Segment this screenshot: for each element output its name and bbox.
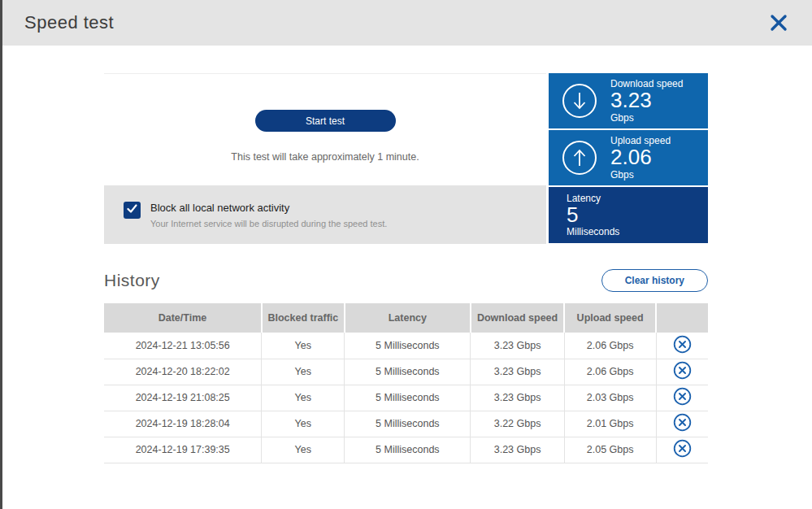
download-speed-unit: Gbps bbox=[610, 112, 683, 124]
download-speed-panel: Download speed 3.23 Gbps bbox=[549, 73, 708, 128]
cell-blocked: Yes bbox=[262, 385, 345, 411]
delete-x-icon bbox=[673, 448, 692, 460]
cell-upload: 2.01 Gbps bbox=[564, 411, 656, 437]
test-duration-note: This test will take approximately 1 minu… bbox=[231, 151, 419, 163]
cell-download: 3.23 Gbps bbox=[471, 437, 564, 463]
delete-entry-button[interactable] bbox=[673, 335, 692, 354]
latency-value: 5 bbox=[567, 204, 578, 226]
cell-datetime: 2024-12-21 13:05:56 bbox=[104, 333, 262, 359]
cell-datetime: 2024-12-20 18:22:02 bbox=[104, 359, 262, 385]
clear-history-button[interactable]: Clear history bbox=[601, 269, 708, 292]
download-speed-value: 3.23 bbox=[610, 89, 683, 111]
cell-blocked: Yes bbox=[262, 411, 345, 437]
delete-x-icon bbox=[673, 370, 692, 382]
cell-blocked: Yes bbox=[262, 333, 345, 359]
col-actions bbox=[656, 303, 708, 333]
delete-x-icon bbox=[673, 396, 692, 408]
cell-datetime: 2024-12-19 18:28:04 bbox=[104, 411, 262, 437]
col-latency: Latency bbox=[345, 303, 471, 333]
cell-delete bbox=[656, 385, 708, 411]
block-checkbox-description: Your Internet service will be disrupted … bbox=[150, 219, 387, 228]
delete-entry-button[interactable] bbox=[673, 439, 692, 458]
table-row: 2024-12-21 13:05:56 Yes 5 Milliseconds 3… bbox=[104, 333, 708, 359]
col-datetime: Date/Time bbox=[104, 303, 262, 333]
history-header: History Clear history bbox=[104, 269, 708, 292]
delete-entry-button[interactable] bbox=[673, 413, 692, 432]
delete-x-icon bbox=[673, 422, 692, 434]
block-option-texts: Block all local network activity Your In… bbox=[150, 202, 387, 244]
modal-content: Start test This test will take approxima… bbox=[104, 73, 708, 463]
close-icon bbox=[770, 22, 788, 34]
delete-x-icon bbox=[673, 344, 692, 356]
download-arrow-icon bbox=[562, 83, 597, 119]
cell-download: 3.22 Gbps bbox=[471, 411, 564, 437]
latency-panel: Latency 5 Milliseconds bbox=[549, 187, 708, 243]
start-test-button[interactable]: Start test bbox=[255, 110, 396, 132]
history-table: Date/Time Blocked traffic Latency Downlo… bbox=[104, 303, 708, 463]
download-speed-texts: Download speed 3.23 Gbps bbox=[610, 78, 683, 123]
cell-datetime: 2024-12-19 17:39:35 bbox=[104, 437, 262, 463]
cell-upload: 2.06 Gbps bbox=[564, 359, 656, 385]
table-row: 2024-12-19 17:39:35 Yes 5 Milliseconds 3… bbox=[104, 437, 708, 463]
cell-blocked: Yes bbox=[262, 359, 345, 385]
cell-latency: 5 Milliseconds bbox=[345, 385, 471, 411]
page-edge-strip bbox=[0, 0, 2, 509]
upload-speed-value: 2.06 bbox=[610, 146, 671, 168]
block-checkbox[interactable] bbox=[124, 202, 141, 219]
block-checkbox-label: Block all local network activity bbox=[150, 202, 387, 214]
latency-unit: Milliseconds bbox=[567, 226, 619, 237]
cell-upload: 2.06 Gbps bbox=[564, 333, 656, 359]
upload-speed-panel: Upload speed 2.06 Gbps bbox=[549, 130, 708, 185]
cell-delete bbox=[656, 359, 708, 385]
page-title: Speed test bbox=[24, 12, 114, 33]
table-header-row: Date/Time Blocked traffic Latency Downlo… bbox=[104, 303, 708, 333]
block-traffic-option: Block all local network activity Your In… bbox=[104, 185, 546, 244]
speed-test-section: Start test This test will take approxima… bbox=[104, 73, 708, 244]
upload-arrow-icon bbox=[562, 140, 597, 176]
cell-blocked: Yes bbox=[262, 437, 345, 463]
delete-entry-button[interactable] bbox=[673, 361, 692, 380]
cell-upload: 2.05 Gbps bbox=[564, 437, 656, 463]
col-download-speed: Download speed bbox=[471, 303, 564, 333]
cell-download: 3.23 Gbps bbox=[471, 333, 564, 359]
cell-delete bbox=[656, 333, 708, 359]
modal-header: Speed test bbox=[0, 0, 812, 46]
cell-upload: 2.03 Gbps bbox=[564, 385, 656, 411]
col-upload-speed: Upload speed bbox=[564, 303, 656, 333]
cell-latency: 5 Milliseconds bbox=[345, 437, 471, 463]
close-button[interactable] bbox=[766, 11, 791, 35]
cell-latency: 5 Milliseconds bbox=[345, 411, 471, 437]
cell-download: 3.23 Gbps bbox=[471, 385, 564, 411]
upload-speed-texts: Upload speed 2.06 Gbps bbox=[610, 135, 671, 180]
cell-delete bbox=[656, 411, 708, 437]
history-title: History bbox=[104, 271, 160, 290]
table-row: 2024-12-19 18:28:04 Yes 5 Milliseconds 3… bbox=[104, 411, 708, 437]
table-row: 2024-12-20 18:22:02 Yes 5 Milliseconds 3… bbox=[104, 359, 708, 385]
upload-speed-unit: Gbps bbox=[610, 169, 671, 181]
stat-panels: Download speed 3.23 Gbps Upload speed 2.… bbox=[549, 73, 708, 244]
test-controls: Start test This test will take approxima… bbox=[104, 73, 546, 244]
cell-latency: 5 Milliseconds bbox=[345, 359, 471, 385]
cell-latency: 5 Milliseconds bbox=[345, 333, 471, 359]
cell-datetime: 2024-12-19 21:08:25 bbox=[104, 385, 262, 411]
col-blocked-traffic: Blocked traffic bbox=[262, 303, 345, 333]
cell-download: 3.23 Gbps bbox=[471, 359, 564, 385]
table-row: 2024-12-19 21:08:25 Yes 5 Milliseconds 3… bbox=[104, 385, 708, 411]
cell-delete bbox=[656, 437, 708, 463]
delete-entry-button[interactable] bbox=[673, 387, 692, 406]
checkmark-icon bbox=[126, 202, 138, 218]
